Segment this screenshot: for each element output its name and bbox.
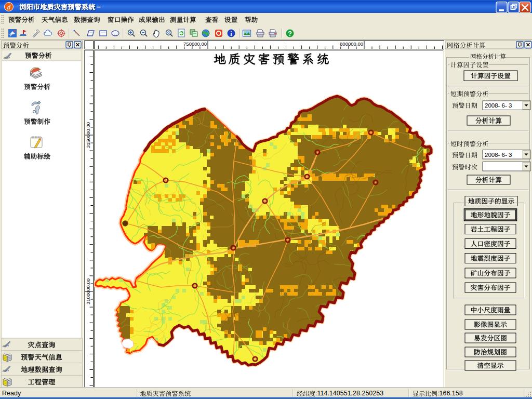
svg-text:3150000.00: 3150000.00 <box>85 122 91 148</box>
svg-text::114.140551,28.250253: :114.140551,28.250253 <box>315 390 383 397</box>
svg-text:2008- 6- 3: 2008- 6- 3 <box>485 102 512 109</box>
svg-text:750000.00: 750000.00 <box>183 41 207 47</box>
svg-text:Ready: Ready <box>2 390 21 397</box>
svg-text::166.158: :166.158 <box>437 390 463 397</box>
svg-text:?: ? <box>288 30 292 37</box>
svg-text:d: d <box>7 3 11 11</box>
svg-text:–: – <box>97 3 101 11</box>
svg-text:800000.00: 800000.00 <box>340 41 363 47</box>
svg-text:3100000.00: 3100000.00 <box>85 278 91 304</box>
svg-text:2008- 6- 3: 2008- 6- 3 <box>485 152 512 158</box>
